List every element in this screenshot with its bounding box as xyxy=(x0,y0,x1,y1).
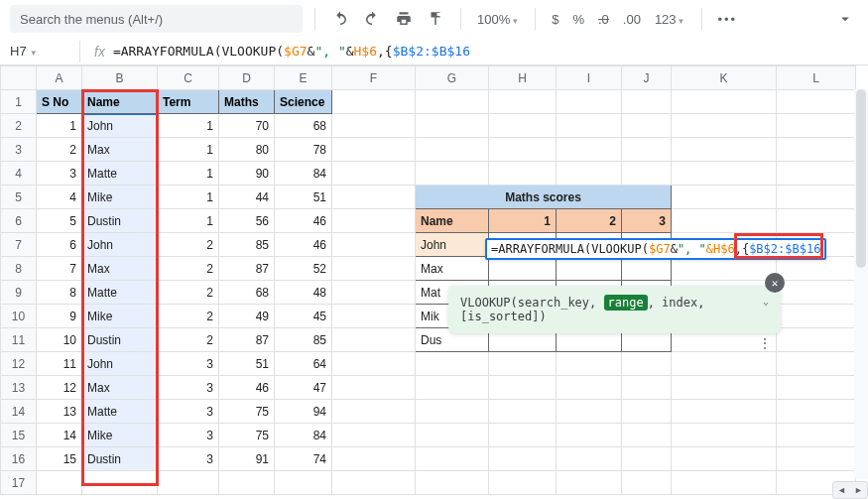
cell[interactable]: 1 xyxy=(158,162,219,186)
row-header[interactable]: 7 xyxy=(1,233,37,257)
cell[interactable]: 75 xyxy=(219,424,275,447)
cell[interactable]: 6 xyxy=(37,233,82,257)
cell[interactable]: 80 xyxy=(219,138,275,162)
row-header[interactable]: 12 xyxy=(1,352,37,376)
tooltip-close-icon[interactable]: ✕ xyxy=(765,273,785,293)
undo-icon[interactable] xyxy=(327,6,353,32)
row-header[interactable]: 13 xyxy=(1,376,37,400)
row-header[interactable]: 3 xyxy=(1,138,37,162)
cell[interactable]: Science xyxy=(275,90,332,114)
cell[interactable]: Matte xyxy=(82,162,158,186)
zoom-dropdown[interactable]: 100%▼ xyxy=(473,12,523,27)
cell[interactable]: Mike xyxy=(82,186,158,209)
cell[interactable]: Term xyxy=(158,90,219,114)
select-all-corner[interactable] xyxy=(1,66,37,90)
cell[interactable]: 3 xyxy=(158,424,219,447)
cell[interactable]: Dustin xyxy=(82,447,158,471)
cell[interactable]: 3 xyxy=(158,400,219,424)
cell[interactable]: John xyxy=(82,233,158,257)
row-header[interactable]: 17 xyxy=(1,471,37,495)
cell[interactable]: 68 xyxy=(219,281,275,305)
col-header[interactable]: J xyxy=(622,66,672,90)
cell[interactable]: 1 xyxy=(158,209,219,233)
cell[interactable]: 7 xyxy=(37,257,82,281)
nav-left-icon[interactable]: ◄ xyxy=(833,482,850,498)
cell[interactable] xyxy=(557,90,622,114)
cell[interactable]: 52 xyxy=(275,257,332,281)
cell[interactable]: 46 xyxy=(275,209,332,233)
cell[interactable]: 74 xyxy=(275,447,332,471)
cell[interactable]: 3 xyxy=(37,162,82,186)
print-icon[interactable] xyxy=(391,6,417,32)
cell[interactable]: Max xyxy=(416,257,489,281)
cell[interactable]: Max xyxy=(82,138,158,162)
sheet-nav[interactable]: ◄► xyxy=(832,481,868,499)
toolbar-more[interactable]: ••• xyxy=(714,12,742,27)
cell[interactable]: 94 xyxy=(275,400,332,424)
cell[interactable]: Name xyxy=(416,209,489,233)
cell[interactable]: 2 xyxy=(158,257,219,281)
chevron-down-icon[interactable]: ⌄ xyxy=(763,296,769,307)
cell[interactable]: 68 xyxy=(275,114,332,138)
row-header[interactable]: 4 xyxy=(1,162,37,186)
cell[interactable]: 85 xyxy=(275,328,332,352)
vertical-scrollbar[interactable] xyxy=(854,89,868,479)
maths-title[interactable]: Maths scores xyxy=(416,186,672,209)
redo-icon[interactable] xyxy=(359,6,385,32)
col-header[interactable]: D xyxy=(219,66,275,90)
row-header[interactable]: 16 xyxy=(1,447,37,471)
cell[interactable]: John xyxy=(82,114,158,138)
cell[interactable]: Matte xyxy=(82,400,158,424)
cell[interactable] xyxy=(777,90,856,114)
cell[interactable]: Maths xyxy=(219,90,275,114)
cell[interactable] xyxy=(489,90,557,114)
name-box[interactable]: H7▼ xyxy=(10,44,65,59)
cell[interactable]: 10 xyxy=(37,328,82,352)
cell[interactable]: 1 xyxy=(37,114,82,138)
cell[interactable]: 2 xyxy=(557,209,622,233)
cell[interactable]: Max xyxy=(82,257,158,281)
cell[interactable]: 15 xyxy=(37,447,82,471)
row-header[interactable]: 10 xyxy=(1,305,37,328)
cell[interactable]: 14 xyxy=(37,424,82,447)
cell[interactable]: 8 xyxy=(37,281,82,305)
cell[interactable]: 46 xyxy=(275,233,332,257)
scrollbar-thumb[interactable] xyxy=(856,89,866,268)
row-header[interactable]: 1 xyxy=(1,90,37,114)
cell[interactable]: John xyxy=(416,233,489,257)
col-header[interactable]: L xyxy=(777,66,856,90)
col-header[interactable]: H xyxy=(489,66,557,90)
cell[interactable]: 85 xyxy=(219,233,275,257)
formula-bar[interactable]: =ARRAYFORMULA(VLOOKUP($G7&", "&H$6,{$B$2… xyxy=(113,44,470,59)
cell[interactable] xyxy=(622,90,672,114)
cell[interactable]: 87 xyxy=(219,328,275,352)
cell[interactable]: 1 xyxy=(158,186,219,209)
col-header[interactable]: B xyxy=(82,66,158,90)
cell[interactable]: 49 xyxy=(219,305,275,328)
cell[interactable]: Mike xyxy=(82,424,158,447)
cell[interactable]: 2 xyxy=(158,328,219,352)
cell[interactable]: 87 xyxy=(219,257,275,281)
cell[interactable]: Max xyxy=(82,376,158,400)
cell[interactable]: 84 xyxy=(275,162,332,186)
cell[interactable]: 47 xyxy=(275,376,332,400)
cell[interactable]: John xyxy=(82,352,158,376)
cell[interactable]: 75 xyxy=(219,400,275,424)
col-header[interactable]: F xyxy=(332,66,416,90)
cell[interactable]: 2 xyxy=(37,138,82,162)
cell[interactable] xyxy=(332,90,416,114)
cell[interactable]: 5 xyxy=(37,209,82,233)
cell[interactable]: 3 xyxy=(158,376,219,400)
cell[interactable]: 2 xyxy=(158,233,219,257)
cell[interactable]: 90 xyxy=(219,162,275,186)
cell[interactable]: 78 xyxy=(275,138,332,162)
cell[interactable]: 3 xyxy=(158,352,219,376)
col-header[interactable]: I xyxy=(557,66,622,90)
row-header[interactable]: 2 xyxy=(1,114,37,138)
cell[interactable]: 70 xyxy=(219,114,275,138)
collapse-toolbar-icon[interactable] xyxy=(832,6,858,32)
cell[interactable]: Matte xyxy=(82,281,158,305)
format-percent-button[interactable]: % xyxy=(568,12,588,27)
paint-format-icon[interactable] xyxy=(423,6,448,32)
cell[interactable]: 2 xyxy=(158,305,219,328)
